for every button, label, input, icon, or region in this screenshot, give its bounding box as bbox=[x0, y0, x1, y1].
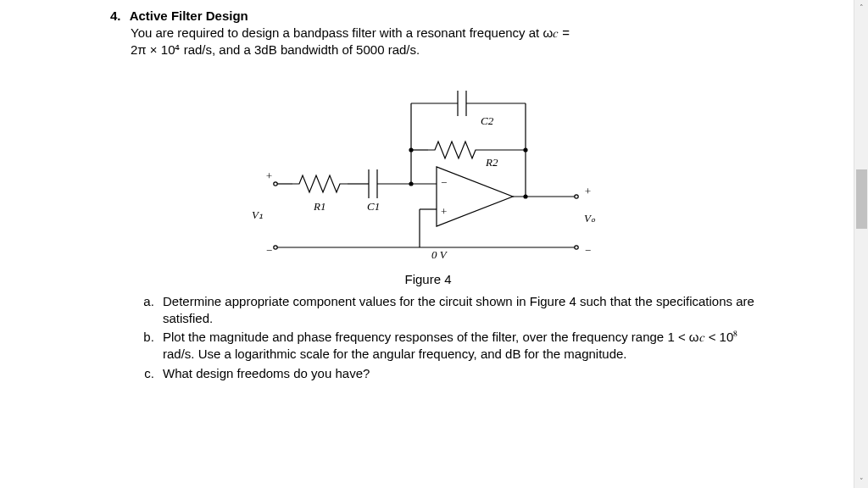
ground-label: 0 V bbox=[431, 248, 448, 261]
question-number: 4. bbox=[110, 8, 121, 23]
c2-label: C2 bbox=[481, 114, 494, 127]
circuit-diagram: + V₁ − R1 C1 C2 R2 − + 0 V + Vₒ − bbox=[242, 69, 615, 273]
question-text-line1: You are required to design a bandpass fi… bbox=[131, 25, 570, 40]
r1-label: R1 bbox=[313, 200, 326, 213]
vertical-scrollbar[interactable]: ˄ ˅ bbox=[854, 0, 868, 488]
question-body: You are required to design a bandpass fi… bbox=[131, 25, 754, 59]
c1-label: C1 bbox=[367, 200, 380, 213]
r2-label: R2 bbox=[485, 156, 498, 169]
figure-caption: Figure 4 bbox=[102, 272, 754, 286]
question-title: Active Filter Design bbox=[130, 8, 248, 23]
scroll-thumb[interactable] bbox=[856, 169, 867, 229]
vin-minus-label: − bbox=[265, 244, 273, 257]
svg-point-21 bbox=[524, 195, 527, 198]
question-text-line2: 2π × 10⁴ rad/s, and a 3dB bandwidth of 5… bbox=[131, 42, 420, 57]
opamp-minus-label: − bbox=[441, 176, 447, 189]
document-page: 4. Active Filter Design You are required… bbox=[68, 0, 788, 488]
subpart-a: Determine appropriate component values f… bbox=[158, 293, 754, 328]
subpart-c: What design freedoms do you have? bbox=[158, 365, 754, 382]
vin-label: V₁ bbox=[252, 208, 263, 221]
scroll-up-arrow[interactable]: ˄ bbox=[854, 0, 868, 14]
vin-plus-label: + bbox=[265, 169, 273, 182]
svg-point-25 bbox=[274, 245, 277, 248]
question-block: 4. Active Filter Design You are required… bbox=[110, 8, 754, 59]
vout-minus-label: − bbox=[584, 244, 592, 257]
opamp-plus-label: + bbox=[441, 205, 447, 218]
subpart-b: Plot the magnitude and phase frequency r… bbox=[158, 329, 754, 363]
vout-label: Vₒ bbox=[584, 212, 596, 225]
vout-plus-label: + bbox=[584, 185, 592, 197]
subparts-list: Determine appropriate component values f… bbox=[102, 293, 754, 382]
svg-point-22 bbox=[575, 194, 578, 197]
svg-point-23 bbox=[575, 245, 578, 248]
svg-point-16 bbox=[524, 148, 527, 152]
svg-point-24 bbox=[274, 181, 277, 185]
figure-wrapper: + V₁ − R1 C1 C2 R2 − + 0 V + Vₒ − Figure… bbox=[102, 69, 754, 286]
scroll-down-arrow[interactable]: ˅ bbox=[854, 474, 868, 488]
svg-point-15 bbox=[409, 148, 413, 152]
